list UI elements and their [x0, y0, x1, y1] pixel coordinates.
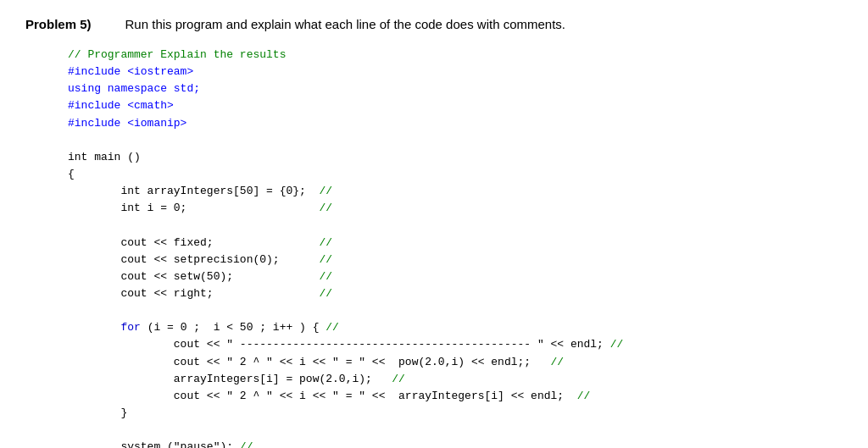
code-text: } — [68, 405, 127, 422]
code-line: #include <iostream> — [68, 64, 843, 80]
code-line: { — [68, 166, 843, 183]
code-text: cout << " 2 ^ " << i << " = " << arrayIn… — [68, 388, 590, 405]
code-line — [68, 217, 843, 234]
code-line: cout << right; // — [68, 285, 843, 302]
code-line: cout << setw(50); // — [68, 268, 843, 285]
code-line — [68, 132, 843, 149]
code-line: for (i = 0 ; i < 50 ; i++ ) { // — [68, 319, 843, 336]
code-line: } — [68, 405, 843, 422]
code-line: cout << fixed; // — [68, 235, 843, 252]
code-text: system ("pause"); // — [68, 439, 253, 448]
problem-description: Run this program and explain what each l… — [125, 17, 565, 31]
code-line — [68, 422, 843, 439]
code-text: int i = 0; // — [68, 200, 339, 217]
code-line: #include <iomanip> — [68, 115, 843, 132]
code-line: int i = 0; // — [68, 200, 843, 217]
code-text: cout << " ------------------------------… — [68, 336, 623, 353]
code-text: { — [68, 166, 75, 183]
problem-label: Problem 5) — [25, 17, 92, 31]
code-text: cout << setprecision(0); // — [68, 252, 339, 268]
code-line: cout << setprecision(0); // — [68, 252, 843, 268]
code-comment: // Programmer Explain the results — [68, 47, 286, 64]
code-line: cout << " ------------------------------… — [68, 336, 843, 353]
code-block: // Programmer Explain the results #inclu… — [68, 47, 843, 448]
code-text: cout << right; // — [68, 285, 339, 302]
code-text: cout << setw(50); // — [68, 268, 339, 285]
problem-header: Problem 5) Run this program and explain … — [25, 17, 843, 31]
code-line: // Programmer Explain the results — [68, 47, 843, 64]
code-text: cout << fixed; // — [68, 235, 339, 252]
code-preprocessor: #include <iostream> — [68, 64, 193, 80]
code-line: int arrayIntegers[50] = {0}; // — [68, 183, 843, 200]
code-text: arrayIntegers[i] = pow(2.0,i); // — [68, 371, 405, 388]
code-text: int arrayIntegers[50] = {0}; // — [68, 183, 339, 200]
code-line: cout << " 2 ^ " << i << " = " << pow(2.0… — [68, 354, 843, 371]
code-line: int main () — [68, 149, 843, 166]
code-text: for (i = 0 ; i < 50 ; i++ ) { // — [68, 319, 339, 336]
code-line: system ("pause"); // — [68, 439, 843, 448]
code-line: cout << " 2 ^ " << i << " = " << arrayIn… — [68, 388, 843, 405]
code-text: int main () — [68, 149, 141, 166]
code-preprocessor: #include <cmath> — [68, 97, 174, 114]
code-line: arrayIntegers[i] = pow(2.0,i); // — [68, 371, 843, 388]
code-line: #include <cmath> — [68, 97, 843, 114]
code-preprocessor: using namespace std; — [68, 80, 200, 97]
code-text: cout << " 2 ^ " << i << " = " << pow(2.0… — [68, 354, 564, 371]
code-preprocessor: #include <iomanip> — [68, 115, 186, 132]
code-line: using namespace std; — [68, 80, 843, 97]
code-line — [68, 302, 843, 319]
